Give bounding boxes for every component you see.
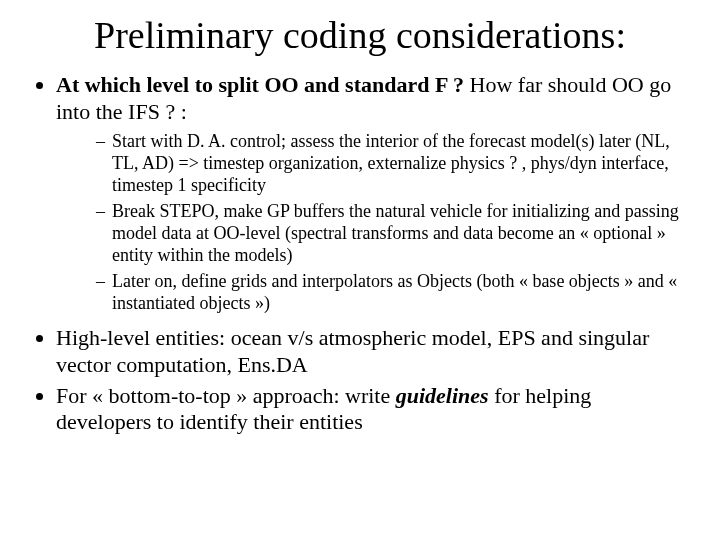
bullet-3-part-a: For « bottom-to-top » approach: write	[56, 383, 396, 408]
bullet-2: High-level entities: ocean v/s atmospher…	[56, 325, 692, 379]
bullet-1-sublist: Start with D. A. control; assess the int…	[56, 131, 692, 315]
bullet-3: For « bottom-to-top » approach: write gu…	[56, 383, 692, 437]
bullet-list: At which level to split OO and standard …	[28, 72, 692, 437]
bullet-3-emph: guidelines	[396, 383, 489, 408]
bullet-1: At which level to split OO and standard …	[56, 72, 692, 315]
bullet-1-sub-3: Later on, define grids and interpolators…	[96, 271, 692, 315]
slide-title: Preliminary coding considerations:	[28, 14, 692, 58]
bullet-1-sub-1: Start with D. A. control; assess the int…	[96, 131, 692, 197]
bullet-1-sub-2: Break STEPO, make GP buffers the natural…	[96, 201, 692, 267]
slide: Preliminary coding considerations: At wh…	[0, 0, 720, 540]
bullet-1-lead: At which level to split OO and standard …	[56, 72, 464, 97]
